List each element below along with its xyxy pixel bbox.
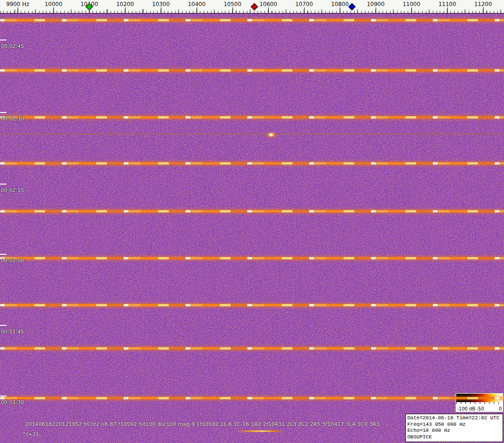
colorbar-labels: -100 dB -50 0 [457,405,502,411]
major-tick [411,7,412,13]
time-tick [0,325,7,326]
signal-band [0,347,504,350]
freq-label: 10500 [224,1,241,7]
signal-band [0,397,504,399]
freq-label: 10400 [188,1,206,7]
info-line-freq: Freq=143 050 000 Hz [407,422,501,428]
minor-ticks [0,11,504,13]
time-label: 00:02:00 [1,258,24,264]
major-tick [447,7,448,13]
cursor-note: ^t+21 [22,431,39,437]
signal-band [0,304,504,306]
time-tick [0,254,7,255]
signal-band [0,162,504,165]
signal-band [0,116,504,119]
signal-band [0,69,504,72]
time-label: 00:02:30 [1,116,24,122]
freq-label: 10300 [152,1,170,7]
signal-band [0,257,504,259]
time-label: 00:02:15 [1,187,24,193]
time-tick [0,40,7,40]
major-tick [376,7,376,13]
spectrogram-overlays: 20140618220121952 hCnt2 nb-87 f10592 hit… [0,0,504,443]
status-line: 20140618220121952 hCnt2 nb-87 f10592 hit… [25,421,379,427]
signal-band [0,19,504,21]
freq-label: 9900 Hz [6,1,29,7]
major-tick [340,7,340,13]
freq-label: 10000 [45,1,62,7]
major-tick [304,7,305,13]
colorbar-label-max: 0 [499,406,502,411]
info-box: Date=2014-06-18 Time=22:02 UTC Freq=143 … [405,414,503,442]
time-tick [0,112,7,113]
colorbar-ticks [456,402,503,404]
major-tick [161,7,161,13]
time-tick [0,396,7,397]
colorbar-label-mid: -50 [477,406,484,411]
colorbar: -100 dB -50 0 [455,393,504,412]
major-tick [197,7,197,13]
colorbar-label-min: -100 dB [457,406,475,411]
major-tick [232,7,233,13]
freq-label: 10900 [367,1,385,7]
freq-label: 10200 [116,1,134,7]
freq-label: 11100 [438,1,456,7]
info-line-station: OBSUPICE [407,434,501,441]
signal-band [237,430,284,432]
frequency-ruler[interactable]: 9900 Hz100001010010200103001040010500106… [0,0,504,13]
info-line-date: Date=2014-06-18 Time=22:02 UTC [407,415,501,422]
time-label: 00:01:30 [1,399,24,405]
major-tick [483,7,484,13]
info-line-echo: Echo=10 600 Hz [407,428,501,434]
signal-band [268,133,274,136]
time-label: 00:01:45 [1,329,24,335]
major-tick [125,7,126,13]
freq-label: 10600 [259,1,277,7]
freq-label: 10800 [331,1,349,7]
time-tick [0,184,7,185]
signal-band [0,134,504,134]
time-label: 00:02:45 [1,43,24,49]
freq-label: 11000 [403,1,420,7]
major-tick [53,7,54,13]
major-tick [18,7,18,13]
freq-label: 10700 [295,1,313,7]
major-tick [268,7,269,13]
signal-band [0,210,504,212]
freq-label: 11200 [474,1,492,7]
